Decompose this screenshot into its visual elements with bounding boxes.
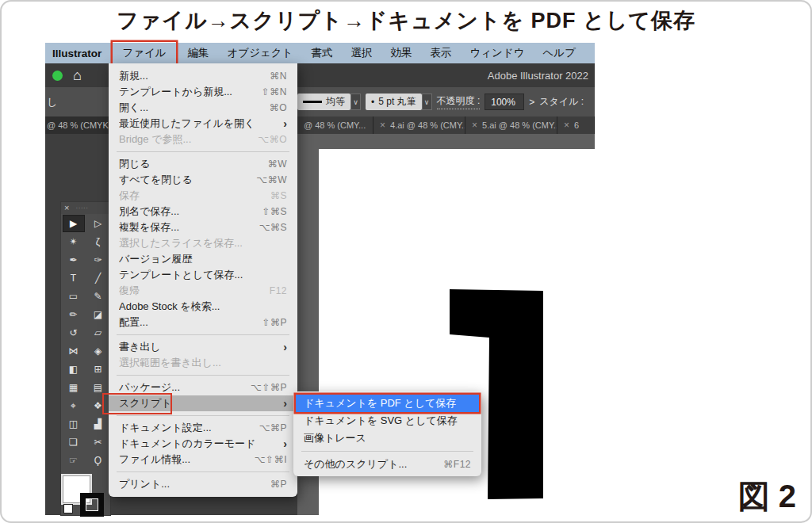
style-label: スタイル : xyxy=(539,95,584,109)
chevron-down-icon[interactable]: ∨ xyxy=(350,94,361,110)
file-menu-item-25[interactable]: ドキュメント設定...⌥⌘P xyxy=(109,420,297,436)
hand-tool-icon[interactable]: ☞ xyxy=(63,452,84,468)
menubar-item-6[interactable]: 効果 xyxy=(388,45,414,61)
mesh-tool-icon[interactable]: ▦ xyxy=(63,380,84,395)
shortcut-label: ⇧⌘S xyxy=(262,206,287,217)
file-menu-item-22[interactable]: パッケージ...⌥⇧⌘P xyxy=(109,380,297,395)
shortcut-label: ⌘F12 xyxy=(443,459,471,470)
lasso-tool-icon[interactable]: ζ xyxy=(88,234,109,250)
line-segment-tool-icon[interactable]: ╱ xyxy=(88,270,109,286)
scripts-submenu-item-3[interactable]: 画像トレース xyxy=(293,429,481,447)
home-icon[interactable]: ⌂ xyxy=(73,68,82,82)
file-menu-item-8[interactable]: すべてを閉じる⌥⌘W xyxy=(109,172,297,188)
menubar-item-2[interactable]: 編集 xyxy=(186,45,212,61)
traffic-light-green-icon[interactable] xyxy=(52,71,63,81)
perspective-grid-tool-icon[interactable]: ⊞ xyxy=(88,361,109,377)
file-menu-item-17[interactable]: 配置...⇧⌘P xyxy=(109,315,297,330)
shape-builder-tool-icon[interactable]: ◧ xyxy=(63,361,84,377)
file-menu-item-5: Bridge で参照...⌥⌘O xyxy=(109,132,297,147)
menubar-item-9[interactable]: ヘルプ xyxy=(541,45,578,61)
file-menu-item-label: Bridge で参照... xyxy=(119,132,258,147)
document-tab[interactable]: @ 48 % (CMY... xyxy=(297,116,373,134)
file-menu-item-13[interactable]: バージョン履歴 xyxy=(109,251,297,267)
brush-select[interactable]: • 5 pt 丸筆 xyxy=(366,94,422,110)
tab-close-icon[interactable]: × xyxy=(564,120,569,131)
file-menu-item-26[interactable]: ドキュメントのカラーモード› xyxy=(109,436,297,452)
free-transform-tool-icon[interactable]: ◈ xyxy=(88,343,109,359)
document-tab[interactable]: ×5.ai @ 48 % (CMY... xyxy=(465,116,557,134)
selection-tool-icon[interactable]: ▶ xyxy=(63,216,84,231)
scripts-submenu-separator xyxy=(301,451,473,452)
eraser-tool-icon[interactable]: ◪ xyxy=(88,307,109,323)
file-menu-item-3[interactable]: 開く...⌘O xyxy=(109,100,297,116)
menubar-item-5[interactable]: 選択 xyxy=(348,45,374,61)
tools-panel-header: × ∙∙∙∙∙ xyxy=(61,202,110,214)
scale-tool-icon[interactable]: ▱ xyxy=(88,325,109,341)
document-tab-fragment[interactable]: @ 48 % (CMYK xyxy=(47,120,109,130)
file-menu-item-10[interactable]: 別名で保存...⇧⌘S xyxy=(109,204,297,220)
default-swatches-icon[interactable] xyxy=(63,504,73,513)
menubar-item-8[interactable]: ウィンドウ xyxy=(467,45,527,61)
menubar-item-4[interactable]: 書式 xyxy=(308,45,335,61)
shortcut-label: ⌘O xyxy=(270,102,287,113)
shortcut-label: ⇧⌘P xyxy=(262,317,287,328)
file-menu-item-27[interactable]: ファイル情報...⌥⇧⌘I xyxy=(109,452,297,468)
scripts-submenu-item-label: ドキュメントを SVG として保存 xyxy=(304,414,471,428)
file-menu-item-29[interactable]: プリント...⌘P xyxy=(109,476,297,492)
column-graph-tool-icon[interactable]: ▟ xyxy=(88,416,109,432)
file-menu-item-16[interactable]: Adobe Stock を検索... xyxy=(109,299,297,315)
file-menu-item-label: 開く... xyxy=(119,101,270,115)
gradient-tool-icon[interactable]: ▤ xyxy=(88,380,109,395)
close-icon[interactable]: × xyxy=(64,204,69,212)
type-tool-icon[interactable]: T xyxy=(63,270,84,286)
stroke-swatch[interactable] xyxy=(80,493,104,517)
artboard-tool-icon[interactable]: ❏ xyxy=(63,434,84,450)
scripts-submenu-item-5[interactable]: その他のスクリプト...⌘F12 xyxy=(293,456,481,473)
tab-close-icon[interactable]: × xyxy=(472,120,477,131)
scripts-submenu-item-1[interactable]: ドキュメントを PDF として保存 xyxy=(296,395,479,412)
chevron-down-icon[interactable]: ∨ xyxy=(422,94,432,110)
curvature-tool-icon[interactable]: ✑ xyxy=(88,252,109,268)
file-menu-item-label: パッケージ... xyxy=(119,380,251,395)
document-tab[interactable]: ×6 xyxy=(557,116,595,134)
file-menu-item-1[interactable]: 新規...⌘N xyxy=(109,68,297,84)
shaper-tool-icon[interactable]: ✏ xyxy=(63,307,84,323)
opacity-value[interactable]: 100% xyxy=(485,94,524,110)
drag-grip-icon[interactable]: ∙∙∙∙∙ xyxy=(75,204,88,212)
blend-tool-icon[interactable]: ❖ xyxy=(88,398,109,414)
width-tool-icon[interactable]: ⋈ xyxy=(63,343,84,359)
file-menu-item-label: すべてを閉じる xyxy=(119,173,256,187)
submenu-arrow-icon: › xyxy=(283,438,287,449)
file-menu-item-label: プリント... xyxy=(119,477,270,491)
file-menu-item-2[interactable]: テンプレートから新規...⇧⌘N xyxy=(109,84,297,100)
file-menu-item-7[interactable]: 閉じる⌘W xyxy=(109,156,297,172)
scripts-submenu-item-2[interactable]: ドキュメントを SVG として保存 xyxy=(293,412,481,429)
file-menu-item-14[interactable]: テンプレートとして保存... xyxy=(109,267,297,283)
menubar-app-name[interactable]: Illustrator xyxy=(52,48,102,59)
paintbrush-tool-icon[interactable]: ✎ xyxy=(88,288,109,304)
opacity-label[interactable]: 不透明度 : xyxy=(437,94,481,109)
page-title: ファイル→スクリプト→ドキュメントを PDF として保存 xyxy=(2,6,810,35)
file-menu-item-19[interactable]: 書き出し› xyxy=(109,339,297,355)
file-menu-item-4[interactable]: 最近使用したファイルを開く› xyxy=(109,116,297,132)
stroke-profile-select[interactable]: 均等 xyxy=(297,94,350,110)
file-menu-item-23[interactable]: スクリプト› xyxy=(109,395,297,411)
rectangle-tool-icon[interactable]: ▭ xyxy=(63,288,84,304)
magic-wand-tool-icon[interactable]: ✴ xyxy=(63,234,84,250)
pen-tool-icon[interactable]: ✒ xyxy=(63,252,84,268)
file-menu-item-11[interactable]: 複製を保存...⌥⌘S xyxy=(109,220,297,235)
slice-tool-icon[interactable]: ✂ xyxy=(88,434,109,450)
document-tab[interactable]: ×4.ai @ 48 % (CMY... xyxy=(373,116,465,134)
menubar-item-1[interactable]: ファイル xyxy=(113,42,175,64)
menubar-item-3[interactable]: オブジェクト xyxy=(225,45,296,61)
file-menu-item-label: バージョン履歴 xyxy=(119,252,287,266)
menubar-item-7[interactable]: 表示 xyxy=(427,45,454,61)
tab-close-icon[interactable]: × xyxy=(380,120,385,131)
file-menu-item-20: 選択範囲を書き出し... xyxy=(109,355,297,371)
panel-chevron[interactable]: > xyxy=(529,97,534,108)
rotate-tool-icon[interactable]: ↺ xyxy=(63,325,84,341)
direct-selection-tool-icon[interactable]: ▷ xyxy=(88,216,109,231)
zoom-tool-icon[interactable]: Ϙ xyxy=(88,452,109,468)
eyedropper-tool-icon[interactable]: ⌖ xyxy=(63,398,84,414)
symbol-sprayer-tool-icon[interactable]: ◫ xyxy=(63,416,84,432)
